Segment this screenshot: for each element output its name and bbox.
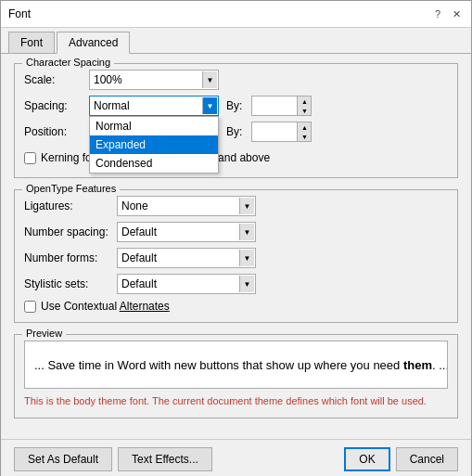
number-spacing-select-wrapper: Default ▼: [117, 222, 256, 242]
spacing-option-expanded[interactable]: Expanded: [90, 135, 218, 154]
tab-advanced[interactable]: Advanced: [57, 32, 130, 54]
scale-select-wrapper: 100% ▼: [89, 70, 219, 90]
number-forms-row: Number forms: Default ▼: [24, 248, 448, 268]
ok-button[interactable]: OK: [344, 447, 389, 471]
spacing-spin-wrapper: ▲ ▼: [251, 96, 312, 116]
spacing-spin-down[interactable]: ▼: [298, 106, 311, 115]
text-effects-button[interactable]: Text Effects...: [118, 447, 212, 471]
spacing-spin-up[interactable]: ▲: [298, 96, 311, 106]
tab-font[interactable]: Font: [8, 32, 55, 53]
position-spin-buttons: ▲ ▼: [298, 122, 312, 142]
stylistic-select-wrapper: Default ▼: [117, 274, 256, 294]
number-forms-select[interactable]: Default: [117, 248, 256, 268]
spacing-select-wrapper: Normal ▼ Normal Expanded Condensed: [89, 96, 219, 116]
close-button[interactable]: ✕: [449, 6, 464, 21]
number-forms-label: Number forms:: [24, 251, 117, 264]
tab-bar: Font Advanced: [1, 28, 471, 54]
spacing-row: Spacing: Normal ▼ Normal Expanded Conden…: [24, 96, 448, 116]
number-spacing-select[interactable]: Default: [117, 222, 256, 242]
opentype-label: OpenType Features: [22, 183, 120, 194]
title-controls: ? ✕: [430, 6, 464, 21]
number-spacing-row: Number spacing: Default ▼: [24, 222, 448, 242]
spacing-option-normal[interactable]: Normal: [90, 117, 218, 135]
dialog-content: Character Spacing Scale: 100% ▼ Spacing:…: [1, 54, 471, 439]
kerning-checkbox[interactable]: [24, 152, 36, 164]
help-button[interactable]: ?: [430, 6, 445, 21]
ligatures-label: Ligatures:: [24, 199, 117, 212]
spacing-spin-buttons: ▲ ▼: [298, 96, 312, 116]
spacing-by-label: By:: [226, 99, 242, 112]
preview-group: Preview ... Save time in Word with new b…: [14, 334, 458, 418]
character-spacing-label: Character Spacing: [22, 57, 114, 68]
position-by-input[interactable]: [251, 122, 298, 142]
title-bar: Font ? ✕: [1, 1, 471, 28]
preview-label: Preview: [22, 328, 66, 339]
spacing-label: Spacing:: [24, 99, 89, 112]
font-dialog: Font ? ✕ Font Advanced Character Spacing…: [0, 0, 472, 476]
scale-row: Scale: 100% ▼: [24, 70, 448, 90]
number-forms-select-wrapper: Default ▼: [117, 248, 256, 268]
contextual-row: Use Contextual Alternates: [24, 300, 448, 313]
contextual-checkbox[interactable]: [24, 301, 36, 313]
preview-box: ... Save time in Word with new buttons t…: [24, 341, 448, 389]
position-spin-wrapper: ▲ ▼: [251, 122, 312, 142]
spacing-option-condensed[interactable]: Condensed: [90, 154, 218, 173]
position-by-label: By:: [226, 125, 242, 138]
stylistic-row: Stylistic sets: Default ▼: [24, 274, 448, 294]
kerning-row: Kerning for fonts: ▲ ▼ Points and above: [24, 148, 448, 168]
position-label: Position:: [24, 125, 89, 138]
stylistic-label: Stylistic sets:: [24, 277, 117, 290]
scale-select[interactable]: 100%: [89, 70, 219, 90]
number-spacing-label: Number spacing:: [24, 225, 117, 238]
dialog-footer: Set As Default Text Effects... OK Cancel: [1, 439, 471, 476]
position-row: Position: Normal ▼ By: ▲ ▼: [24, 122, 448, 142]
ligatures-select-wrapper: None ▼: [117, 196, 256, 216]
contextual-label: Use Contextual Alternates: [41, 300, 170, 313]
dialog-title: Font: [8, 7, 31, 20]
preview-info: This is the body theme font. The current…: [24, 394, 448, 408]
position-spin-up[interactable]: ▲: [298, 122, 311, 132]
spacing-dropdown: Normal Expanded Condensed: [89, 116, 219, 174]
position-spin-down[interactable]: ▼: [298, 132, 311, 141]
spacing-current-value: Normal: [94, 99, 130, 112]
scale-label: Scale:: [24, 73, 89, 86]
cancel-button[interactable]: Cancel: [396, 447, 458, 471]
stylistic-select[interactable]: Default: [117, 274, 256, 294]
set-default-button[interactable]: Set As Default: [14, 447, 112, 471]
ligatures-select[interactable]: None: [117, 196, 256, 216]
preview-text: ... Save time in Word with new buttons t…: [34, 358, 448, 372]
footer-left: Set As Default Text Effects...: [14, 447, 212, 471]
ligatures-row: Ligatures: None ▼: [24, 196, 448, 216]
character-spacing-group: Character Spacing Scale: 100% ▼ Spacing:…: [14, 63, 458, 178]
opentype-group: OpenType Features Ligatures: None ▼ Numb…: [14, 189, 458, 323]
spacing-by-input[interactable]: [251, 96, 298, 116]
footer-right: OK Cancel: [344, 447, 458, 471]
